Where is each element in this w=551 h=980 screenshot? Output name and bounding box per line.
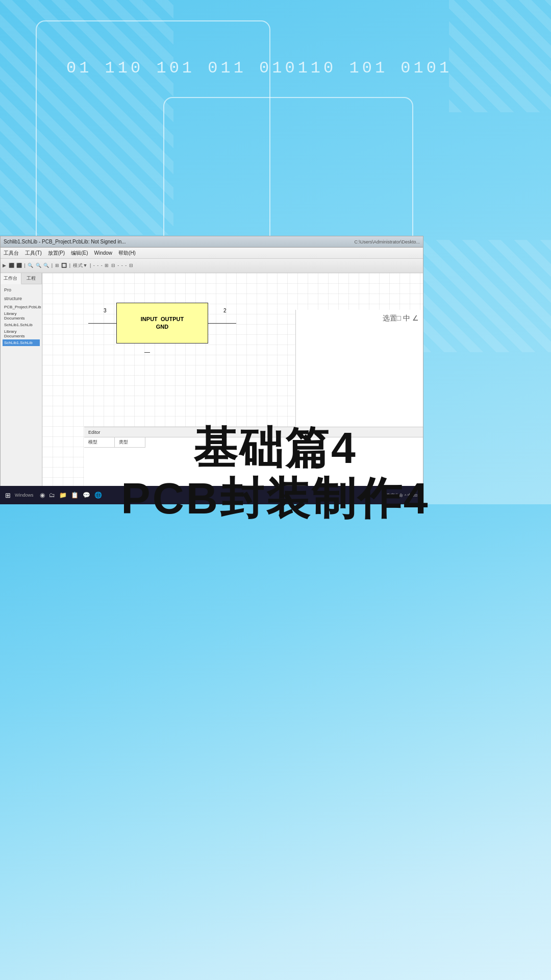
sidebar-item-library-docs2[interactable]: Library Documents	[3, 328, 40, 339]
pin-line-left	[88, 323, 116, 324]
menu-item-edit[interactable]: 编辑(E)	[71, 250, 88, 257]
sidebar-item-schlib1[interactable]: SchLib1.SchLib	[3, 322, 40, 328]
sidebar-tab-workstation[interactable]: 工作台	[1, 273, 21, 284]
sidebar-item-library-docs[interactable]: Library Documents	[3, 310, 40, 322]
menu-item-place[interactable]: 放置(P)	[48, 250, 65, 257]
bottom-blue-area	[0, 504, 551, 980]
menu-item-toolstation[interactable]: 工具台	[4, 250, 19, 257]
overlay-text: 基础篇4 PCB封装制作4	[0, 423, 551, 524]
pin-2-label: 2	[223, 308, 227, 313]
menu-item-tools[interactable]: 工具(T)	[25, 250, 42, 257]
right-panel-icons: 选置□ 中 ∠	[383, 314, 419, 323]
sidebar-content: Pro structure PCB_Project.PcbLib Library…	[1, 284, 42, 348]
right-icon-angle[interactable]: ∠	[412, 314, 419, 323]
overlay-title-line2: PCB封装制作4	[0, 473, 551, 524]
bg-stripe-top-left	[0, 0, 173, 235]
sidebar-item-pcb-project[interactable]: PCB_Project.PcbLib	[3, 304, 40, 310]
deco-rect-1	[36, 20, 270, 245]
minus-label: —	[144, 349, 150, 355]
sidebar-tabs: 工作台 工程	[1, 273, 42, 284]
menu-bar: 工具台 工具(T) 放置(P) 编辑(E) Window 帮助(H)	[1, 248, 423, 259]
right-icon-select[interactable]: 选置□	[383, 314, 401, 323]
title-bar-path: C:\Users\Administrator\Deskto...	[354, 239, 420, 244]
component-text: INPUT OUTPUT GND	[141, 315, 184, 331]
title-bar-text: Schlib1.SchLib - PCB_Project.PcbLib: Not…	[4, 239, 354, 244]
binary-text: 01 110 101 011 010110 101 0101	[66, 59, 551, 78]
toolbar-icons: ▶ ⬛ ⬛ | 🔍 🔍 🔍 | ⊞ 🔲 | 模式▼ | - - - ⊞ ⊟ - …	[3, 262, 134, 269]
component-box[interactable]: INPUT OUTPUT GND	[116, 303, 208, 344]
right-icon-center[interactable]: 中	[403, 314, 410, 323]
sidebar-item-schlib1-active[interactable]: SchLib1.SchLib	[3, 339, 40, 346]
bg-stripe-mid-right	[418, 240, 551, 352]
sidebar-section-structure: structure	[3, 295, 40, 302]
overlay-title-line1: 基础篇4	[0, 423, 551, 473]
bg-stripe-top-right	[449, 0, 551, 112]
pin-line-right	[208, 323, 236, 324]
title-bar: Schlib1.SchLib - PCB_Project.PcbLib: Not…	[1, 236, 423, 248]
menu-item-window[interactable]: Window	[94, 250, 112, 256]
sidebar-section-pro: Pro	[3, 286, 40, 293]
menu-item-help[interactable]: 帮助(H)	[118, 250, 136, 257]
sidebar-tab-project[interactable]: 工程	[21, 273, 42, 284]
pin-3-label: 3	[104, 308, 107, 313]
toolbar: ▶ ⬛ ⬛ | 🔍 🔍 🔍 | ⊞ 🔲 | 模式▼ | - - - ⊞ ⊟ - …	[1, 259, 423, 273]
